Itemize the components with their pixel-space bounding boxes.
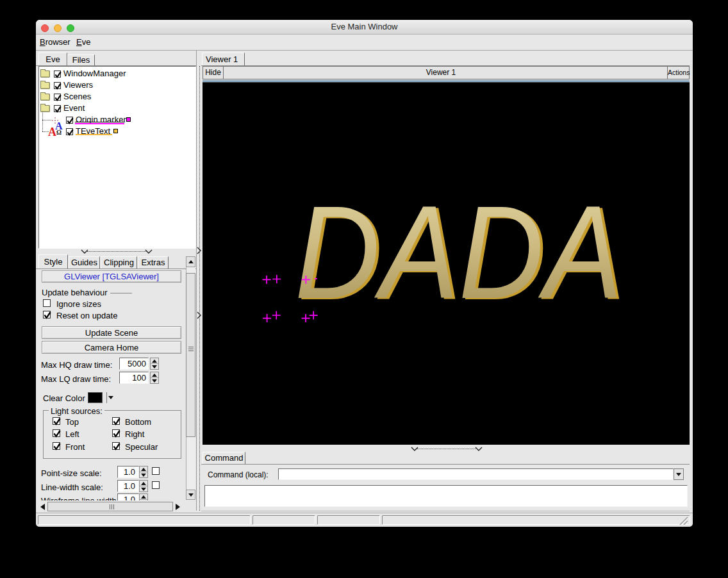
- svg-text:DADA: DADA: [295, 178, 623, 326]
